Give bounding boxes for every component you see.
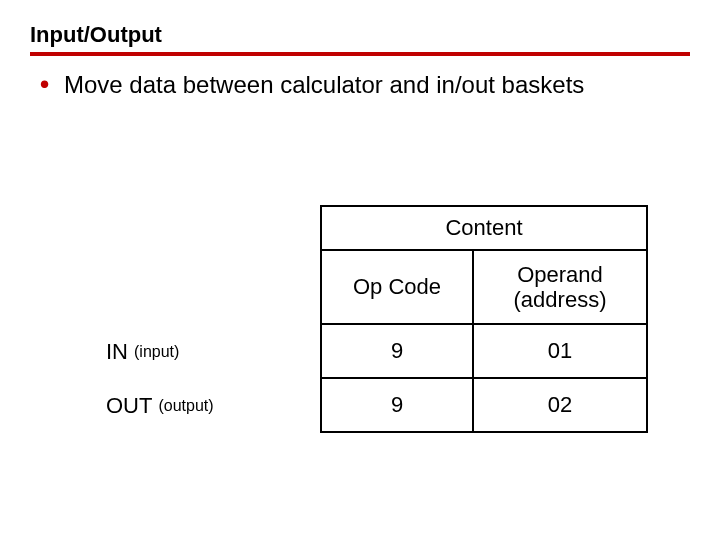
- bullet-item: Move data between calculator and in/out …: [36, 70, 690, 100]
- opcode-table: Content Op Code Operand (address) IN (in…: [100, 205, 660, 433]
- table-row: OUT (output) 9 02: [100, 379, 660, 433]
- operand-cell: 02: [472, 379, 648, 433]
- opcode-cell: 9: [320, 325, 472, 379]
- table-row: IN (input) 9 01: [100, 325, 660, 379]
- row-label-main: IN: [106, 339, 128, 365]
- row-label-out: OUT (output): [100, 379, 320, 433]
- row-label-empty: [100, 205, 320, 249]
- operand-header-cell: Operand (address): [472, 249, 648, 325]
- opcode-header-cell: Op Code: [320, 249, 472, 325]
- opcode-cell: 9: [320, 379, 472, 433]
- row-label-in: IN (input): [100, 325, 320, 379]
- bullet-list: Move data between calculator and in/out …: [36, 70, 690, 100]
- row-label-empty: [100, 249, 320, 325]
- operand-header-line1: Operand: [517, 262, 603, 287]
- row-label-main: OUT: [106, 393, 152, 419]
- content-header-cell: Content: [320, 205, 648, 249]
- slide-title: Input/Output: [30, 22, 690, 56]
- table-header-row-merged: Content: [100, 205, 660, 249]
- row-label-sub: (output): [158, 397, 213, 415]
- row-label-sub: (input): [134, 343, 179, 361]
- operand-header-line2: (address): [514, 287, 607, 312]
- table-header-row: Op Code Operand (address): [100, 249, 660, 325]
- slide: Input/Output Move data between calculato…: [0, 0, 720, 540]
- operand-cell: 01: [472, 325, 648, 379]
